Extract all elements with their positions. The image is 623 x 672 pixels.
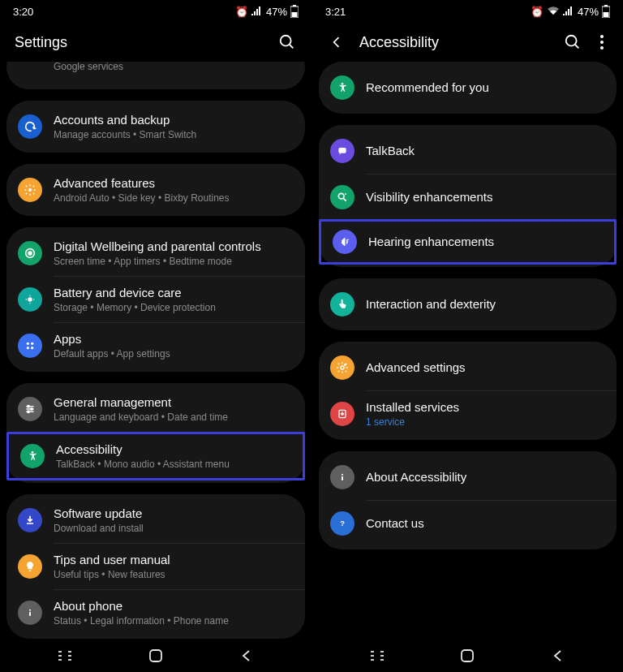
card: Software update Download and install Tip…: [6, 494, 305, 639]
recents-button[interactable]: [368, 647, 386, 665]
battery-icon: [290, 5, 299, 18]
card: Advanced features Android Auto • Side ke…: [6, 164, 305, 216]
row-accessibility[interactable]: Accessibility TalkBack • Mono audio • As…: [6, 432, 305, 480]
visibility-icon: [330, 185, 354, 209]
row-title: General management: [54, 395, 294, 410]
row-sub: Download and install: [54, 523, 294, 534]
back-button[interactable]: [549, 647, 567, 665]
page-title: Accessibility: [359, 34, 550, 51]
svg-point-9: [27, 342, 29, 345]
row-title: Contact us: [366, 516, 605, 531]
row-digital-wellbeing[interactable]: Digital Wellbeing and parental controls …: [6, 230, 305, 276]
row-title: Accessibility: [56, 442, 291, 457]
signal-icon: [563, 6, 574, 18]
page-title: Settings: [15, 34, 264, 51]
svg-rect-21: [29, 612, 31, 616]
svg-point-3: [281, 36, 291, 46]
row-title: Tips and user manual: [54, 553, 294, 567]
card: General management Language and keyboard…: [6, 383, 305, 483]
svg-point-17: [31, 408, 33, 411]
row-installed-services[interactable]: Installed services 1 service: [319, 391, 617, 437]
svg-point-18: [28, 411, 30, 413]
row-title: About phone: [54, 599, 294, 614]
interaction-icon: [330, 292, 354, 317]
row-battery-care[interactable]: Battery and device care Storage • Memory…: [6, 277, 305, 322]
recents-button[interactable]: [56, 647, 74, 665]
svg-point-7: [28, 252, 32, 255]
gear-icon: [330, 355, 354, 380]
info-icon: [330, 465, 354, 489]
wellbeing-icon: [18, 241, 42, 265]
row-title: TalkBack: [366, 144, 605, 158]
row-google[interactable]: Google services: [6, 62, 305, 86]
row-recommended[interactable]: Recommended for you: [319, 65, 617, 110]
sync-icon: [18, 114, 42, 139]
row-hearing[interactable]: Hearing enhancements: [321, 222, 614, 262]
alarm-icon: ⏰: [531, 6, 544, 18]
svg-rect-45: [342, 476, 343, 480]
row-contact-us[interactable]: ? Contact us: [319, 501, 617, 546]
back-button[interactable]: [238, 647, 256, 665]
row-sub: Storage • Memory • Device protection: [54, 302, 294, 313]
row-accounts-backup[interactable]: Accounts and backup Manage accounts • Sm…: [6, 104, 305, 149]
svg-point-10: [31, 342, 33, 345]
accessibility-list[interactable]: Recommended for you TalkBack Visibility: [312, 62, 623, 640]
navigation-bar: [0, 640, 312, 672]
update-icon: [18, 508, 42, 532]
row-tips-manual[interactable]: Tips and user manual Useful tips • New f…: [6, 544, 305, 589]
row-advanced-settings[interactable]: Advanced settings: [319, 345, 617, 390]
svg-point-12: [31, 347, 33, 349]
svg-rect-2: [292, 12, 298, 17]
row-talkback[interactable]: TalkBack: [319, 128, 617, 174]
highlight-hearing: Hearing enhancements: [319, 219, 617, 265]
svg-rect-28: [150, 650, 161, 661]
search-button[interactable]: [563, 32, 582, 52]
status-time: 3:20: [13, 6, 33, 18]
row-general-management[interactable]: General management Language and keyboard…: [6, 386, 305, 432]
row-title: Battery and device care: [54, 286, 294, 300]
status-bar: 3:20 ⏰ 47%: [0, 0, 312, 23]
row-title: Advanced features: [54, 176, 294, 191]
row-about-accessibility[interactable]: About Accessibility: [319, 454, 617, 500]
row-software-update[interactable]: Software update Download and install: [6, 498, 305, 543]
row-sub: Status • Legal information • Phone name: [54, 615, 294, 627]
row-title: Recommended for you: [366, 80, 605, 95]
row-visibility[interactable]: Visibility enhancements: [319, 174, 617, 220]
row-title: Software update: [54, 506, 294, 521]
more-button[interactable]: [595, 32, 608, 52]
row-sub: Android Auto • Side key • Bixby Routines: [54, 192, 294, 204]
accessibility-icon: [330, 75, 354, 100]
row-title: Accounts and backup: [54, 113, 294, 127]
tips-icon: [18, 554, 42, 579]
svg-line-40: [343, 198, 346, 200]
svg-point-44: [342, 474, 343, 476]
row-title: Interaction and dexterity: [366, 297, 605, 312]
card: Accounts and backup Manage accounts • Sm…: [6, 101, 305, 153]
row-title: Advanced settings: [366, 360, 605, 375]
device-care-icon: [18, 287, 42, 312]
help-icon: ?: [330, 511, 354, 536]
home-button[interactable]: [458, 647, 476, 665]
search-button[interactable]: [277, 32, 297, 52]
row-sub: Screen time • App timers • Bedtime mode: [54, 256, 294, 267]
svg-point-37: [342, 83, 344, 85]
row-advanced-features[interactable]: Advanced features Android Auto • Side ke…: [6, 167, 305, 213]
card: Interaction and dexterity: [319, 278, 617, 330]
row-sub: Useful tips • New features: [54, 569, 294, 580]
home-button[interactable]: [147, 647, 165, 665]
settings-list[interactable]: Google services Accounts and backup Mana…: [0, 62, 312, 640]
battery-icon: [602, 5, 610, 18]
svg-line-33: [575, 45, 579, 49]
header: Accessibility: [312, 23, 623, 62]
svg-point-32: [566, 36, 577, 46]
svg-rect-31: [604, 12, 609, 17]
row-interaction[interactable]: Interaction and dexterity: [319, 282, 617, 327]
back-button[interactable]: [327, 32, 346, 52]
row-about-phone[interactable]: About phone Status • Legal information •…: [6, 590, 305, 635]
svg-point-8: [28, 297, 32, 301]
battery-text: 47%: [578, 6, 599, 18]
svg-point-20: [29, 610, 31, 611]
svg-rect-53: [462, 650, 473, 661]
row-apps[interactable]: Apps Default apps • App settings: [6, 323, 305, 368]
alarm-icon: ⏰: [235, 6, 248, 18]
